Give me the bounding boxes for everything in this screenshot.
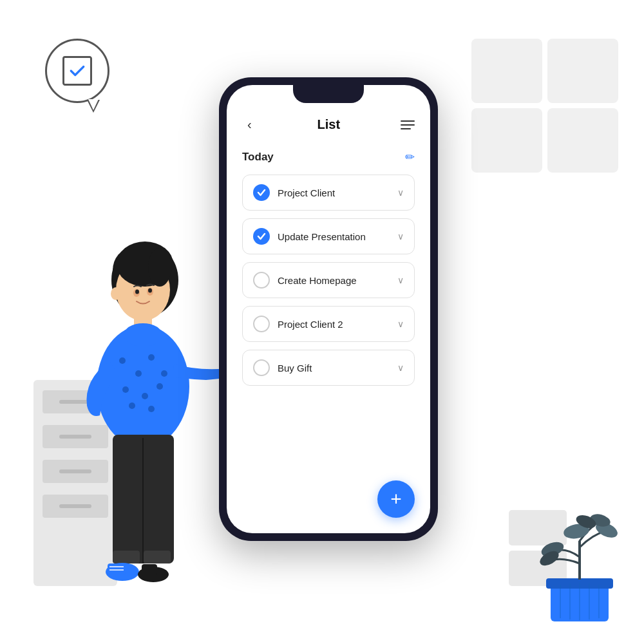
task-item-left-1: Project Client	[253, 184, 335, 201]
task-chevron-3: ∨	[397, 275, 404, 285]
svg-rect-24	[108, 564, 126, 575]
task-check-completed-2[interactable]	[253, 228, 270, 245]
grid-cell-2	[547, 39, 618, 103]
person-illustration	[45, 206, 225, 605]
task-item-left-4: Project Client 2	[253, 316, 343, 332]
phone-screen-title: List	[317, 117, 341, 132]
task-item-5[interactable]: Buy Gift ∨	[242, 350, 415, 386]
task-label-5: Buy Gift	[278, 363, 312, 374]
grid-cell-3	[471, 108, 542, 173]
phone-content-area: ‹ List Today ✏	[227, 85, 430, 533]
task-chevron-1: ∨	[397, 187, 404, 198]
task-item-3[interactable]: Create Homepage ∨	[242, 262, 415, 298]
today-label: Today	[242, 151, 274, 164]
svg-point-15	[129, 402, 135, 409]
hamburger-line-1	[401, 120, 415, 122]
svg-rect-21	[113, 551, 140, 564]
speech-bubble	[45, 39, 116, 109]
task-label-3: Create Homepage	[278, 275, 357, 286]
plant-illustration	[535, 483, 625, 625]
edit-icon[interactable]: ✏	[405, 150, 415, 164]
hamburger-line-3	[401, 128, 411, 129]
svg-point-14	[156, 383, 163, 390]
svg-point-7	[124, 323, 162, 346]
grid-cell-4	[547, 108, 618, 173]
task-check-completed-1[interactable]	[253, 184, 270, 201]
task-item-left-2: Update Presentation	[253, 228, 366, 245]
task-item-left-3: Create Homepage	[253, 272, 357, 289]
task-chevron-4: ∨	[397, 319, 404, 329]
phone-mockup: ‹ List Today ✏	[219, 77, 438, 541]
checkmark-box	[62, 56, 92, 86]
task-label-1: Project Client	[278, 187, 335, 198]
task-label-4: Project Client 2	[278, 319, 343, 330]
task-check-empty-4[interactable]	[253, 316, 270, 332]
phone-outer-frame: ‹ List Today ✏	[219, 77, 438, 541]
svg-point-33	[111, 287, 121, 300]
task-list: Project Client ∨ Update Presentation	[242, 175, 415, 470]
task-check-empty-3[interactable]	[253, 272, 270, 289]
task-item-left-5: Buy Gift	[253, 359, 312, 376]
bubble-tail-inner	[88, 99, 99, 110]
svg-rect-22	[144, 551, 171, 564]
svg-point-9	[135, 370, 142, 377]
menu-button[interactable]	[401, 120, 415, 129]
task-chevron-2: ∨	[397, 231, 404, 242]
task-item-4[interactable]: Project Client 2 ∨	[242, 306, 415, 342]
task-chevron-5: ∨	[397, 363, 404, 373]
today-row: Today ✏	[242, 150, 415, 164]
background-grid	[471, 39, 618, 173]
back-button[interactable]: ‹	[242, 115, 257, 135]
svg-point-31	[135, 290, 139, 294]
svg-point-13	[142, 393, 148, 399]
today-section: Today ✏	[242, 150, 415, 164]
phone-inner-screen: ‹ List Today ✏	[227, 85, 430, 533]
task-check-empty-5[interactable]	[253, 359, 270, 376]
task-item-1[interactable]: Project Client ∨	[242, 175, 415, 211]
svg-point-11	[161, 370, 167, 377]
svg-point-10	[148, 354, 155, 361]
svg-point-12	[122, 386, 129, 393]
phone-notch	[293, 85, 364, 103]
svg-rect-28	[142, 564, 157, 576]
bubble-circle	[45, 39, 109, 103]
fab-add-button[interactable]: +	[377, 480, 415, 518]
hamburger-line-2	[401, 124, 415, 126]
task-label-2: Update Presentation	[278, 231, 366, 242]
svg-point-4	[148, 248, 171, 287]
svg-point-32	[148, 289, 152, 293]
svg-point-16	[148, 406, 155, 412]
task-item-2[interactable]: Update Presentation ∨	[242, 218, 415, 254]
svg-point-8	[119, 357, 126, 364]
phone-header: ‹ List	[242, 111, 415, 135]
grid-cell-1	[471, 39, 542, 103]
